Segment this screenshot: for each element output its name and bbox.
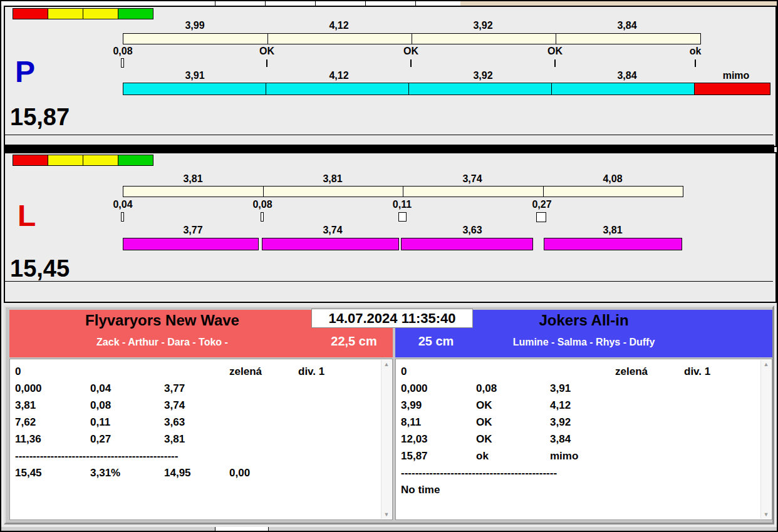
run-segment [551,83,695,95]
lane-panel-l: 3,81 3,81 3,74 4,08 0,04 0,08 0,11 0,27 … [4,152,777,303]
result-cell: 3,91 [550,380,615,397]
result-cell [298,431,378,448]
result-cell [615,380,684,397]
scroll-up-icon[interactable]: ▲ [381,360,392,369]
result-cell: div. 1 [298,363,378,380]
result-cell [550,464,615,481]
result-cell: 0,000 [401,380,476,397]
result-panel-right: 0zelenádiv. 10,0000,083,913,99OK4,128,11… [395,359,772,520]
split-time: 3,92 [445,20,521,31]
result-cell: 11,36 [15,431,90,448]
result-row: 8,11OK3,92 [401,414,758,431]
scale-divider [556,34,556,44]
overflow-label: mimo [698,70,774,81]
run-segment [123,83,266,95]
result-row: 0,0000,043,77 [15,380,378,397]
column-divider [415,1,416,6]
team-members: Zack - Arthur - Dara - Toko - [9,337,315,348]
result-cell [229,414,298,431]
gate-indicator-tick [695,59,696,67]
result-cell [229,431,298,448]
scroll-up-icon[interactable]: ▲ [761,360,771,369]
result-cell: ----------------------------------------… [401,464,476,481]
panel-footer-strip [5,135,773,144]
gate-indicator-box [121,58,124,68]
gate-indicator-tick [554,59,556,67]
status-cell [83,8,118,19]
scale-divider [412,34,412,44]
split-time: 3,81 [575,225,650,236]
split-time: 4,12 [301,20,376,31]
split-time: 3,92 [445,70,521,81]
result-cell [229,380,298,397]
split-time: 4,12 [301,70,376,81]
scrollbar[interactable]: ▲ ▼ [381,360,392,519]
result-cell [684,414,758,431]
result-cell: OK [476,397,550,414]
split-time: 3,84 [589,70,665,81]
scale-divider [267,34,268,44]
result-cell [164,363,229,380]
result-cell: 0,08 [476,380,550,397]
result-row: 0zelenádiv. 1 [15,363,378,380]
team-name: Flyvaryors New Wave [9,312,315,329]
result-row: No time [401,481,758,498]
result-cell: 0,04 [90,380,164,397]
result-row: ----------------------------------------… [15,448,378,464]
run-progress-bar [123,83,773,95]
result-row: 15,87okmimo [401,448,758,464]
split-scale-bar [123,33,701,44]
result-cell [684,397,758,414]
result-cell: 12,03 [401,431,476,448]
gate-mark: 0,27 [517,199,567,210]
result-cell [164,448,229,464]
result-cell: 3,81 [15,397,90,414]
gate-mark: OK [530,46,580,57]
result-cell: 3,74 [164,397,229,414]
result-cell: 3,81 [164,431,229,448]
result-cell: 15,87 [401,448,476,464]
result-cell [684,464,758,481]
split-time: 3,63 [435,225,510,236]
result-cell: 3,63 [164,414,229,431]
gate-mark: 0,08 [237,199,288,210]
result-row: 0,0000,083,91 [401,380,758,397]
result-cell: 3,77 [164,380,229,397]
start-mark: 0,08 [98,46,148,57]
result-cell [615,464,684,481]
scroll-down-icon[interactable]: ▼ [381,510,392,519]
scroll-down-icon[interactable]: ▼ [761,510,771,519]
result-cell [615,481,684,498]
scale-divider [263,187,264,197]
result-cell: 14,95 [164,464,229,481]
bottom-strip [1,527,777,531]
result-cell [298,464,378,481]
gate-mark: OK [386,46,436,57]
result-cell: zelená [615,363,684,380]
lane-panel-p: 3,99 4,12 3,92 3,84 0,08 OK OK OK ok 3,9… [4,6,777,147]
gate-indicator-tick [410,59,412,67]
team-column-right: 25 cm Jokers All-in Lumine - Salma - Rhy… [395,310,772,520]
split-time: 3,84 [589,20,665,31]
run-segment [123,238,259,250]
lane-letter: P [15,57,35,87]
result-cell [550,481,615,498]
result-cell [615,448,684,464]
split-time: 4,08 [575,173,650,185]
scrollbar[interactable]: ▲ ▼ [760,360,771,519]
result-row: 0zelenádiv. 1 [401,363,758,380]
team-members: Lumine - Salma - Rhys - Duffy [395,337,772,348]
result-cell: No time [401,481,476,498]
total-time: 15,87 [10,105,70,129]
run-segment [262,238,399,250]
run-segment [544,238,682,250]
result-cell: zelená [229,363,298,380]
result-cell: 0,00 [229,464,298,481]
gate-indicator-box [121,212,124,222]
column-divider [215,1,215,6]
timing-app-window: 3,99 4,12 3,92 3,84 0,08 OK OK OK ok 3,9… [0,0,778,532]
result-cell: 4,12 [550,397,615,414]
result-row: 12,03OK3,84 [401,431,758,448]
result-cell [476,464,550,481]
result-row: ----------------------------------------… [401,464,758,481]
